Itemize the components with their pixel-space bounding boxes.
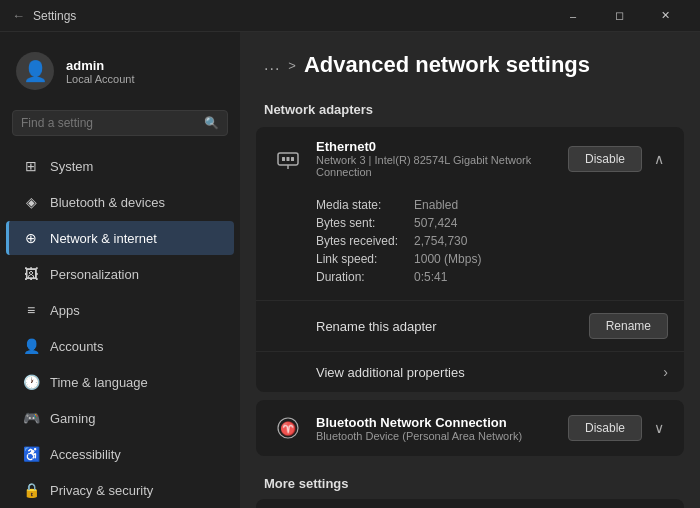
search-input[interactable] bbox=[21, 116, 198, 130]
more-settings-label: More settings bbox=[240, 464, 700, 499]
adapter1-card: Ethernet0 Network 3 | Intel(R) 82574L Gi… bbox=[256, 127, 684, 392]
svg-rect-1 bbox=[282, 157, 285, 161]
accessibility-icon: ♿ bbox=[22, 445, 40, 463]
sidebar-item-personalization[interactable]: 🖼 Personalization bbox=[6, 257, 234, 291]
adapter1-desc: Network 3 | Intel(R) 82574L Gigabit Netw… bbox=[316, 154, 556, 178]
svg-rect-3 bbox=[291, 157, 294, 161]
rename-row: Rename this adapter Rename bbox=[256, 300, 684, 351]
detail-media-label: Media state: bbox=[316, 198, 398, 212]
data-usage-item[interactable]: Data usage › bbox=[256, 499, 684, 508]
adapter1-info: Ethernet0 Network 3 | Intel(R) 82574L Gi… bbox=[316, 139, 556, 178]
sidebar-item-privacy[interactable]: 🔒 Privacy & security bbox=[6, 473, 234, 507]
detail-sent-value: 507,424 bbox=[414, 216, 668, 230]
detail-media-value: Enabled bbox=[414, 198, 668, 212]
sidebar-item-bluetooth[interactable]: ◈ Bluetooth & devices bbox=[6, 185, 234, 219]
adapter2-actions: Disable ∨ bbox=[568, 415, 668, 441]
detail-received-label: Bytes received: bbox=[316, 234, 398, 248]
detail-received-value: 2,754,730 bbox=[414, 234, 668, 248]
bluetooth-icon: ◈ bbox=[22, 193, 40, 211]
svg-rect-2 bbox=[287, 157, 290, 161]
close-button[interactable]: ✕ bbox=[642, 0, 688, 32]
sidebar-item-network[interactable]: ⊕ Network & internet bbox=[6, 221, 234, 255]
title-bar-title: Settings bbox=[33, 9, 76, 23]
detail-duration-value: 0:5:41 bbox=[414, 270, 668, 284]
search-icon: 🔍 bbox=[204, 116, 219, 130]
svg-text:♈: ♈ bbox=[280, 420, 297, 437]
view-properties-label: View additional properties bbox=[316, 365, 465, 380]
user-name: admin bbox=[66, 58, 135, 73]
breadcrumb-arrow: > bbox=[288, 58, 296, 73]
sidebar-item-time[interactable]: 🕐 Time & language bbox=[6, 365, 234, 399]
avatar: 👤 bbox=[16, 52, 54, 90]
title-bar: ← Settings – ◻ ✕ bbox=[0, 0, 700, 32]
title-bar-left: ← Settings bbox=[12, 8, 76, 23]
network-adapters-label: Network adapters bbox=[240, 94, 700, 127]
gaming-icon: 🎮 bbox=[22, 409, 40, 427]
detail-speed-value: 1000 (Mbps) bbox=[414, 252, 668, 266]
apps-icon: ≡ bbox=[22, 301, 40, 319]
system-icon: ⊞ bbox=[22, 157, 40, 175]
content-area: ... > Advanced network settings Network … bbox=[240, 32, 700, 508]
back-icon[interactable]: ← bbox=[12, 8, 25, 23]
user-role: Local Account bbox=[66, 73, 135, 85]
view-properties-chevron: › bbox=[663, 364, 668, 380]
accounts-icon: 👤 bbox=[22, 337, 40, 355]
user-icon: 👤 bbox=[23, 59, 48, 83]
main-layout: 👤 admin Local Account 🔍 ⊞ System ◈ Bluet… bbox=[0, 32, 700, 508]
adapter1-details: Media state: Enabled Bytes sent: 507,424… bbox=[256, 190, 684, 300]
adapter1-actions: Disable ∧ bbox=[568, 146, 668, 172]
page-title: Advanced network settings bbox=[304, 52, 590, 78]
network-icon: ⊕ bbox=[22, 229, 40, 247]
detail-sent-label: Bytes sent: bbox=[316, 216, 398, 230]
rename-label: Rename this adapter bbox=[316, 319, 437, 334]
adapter2-desc: Bluetooth Device (Personal Area Network) bbox=[316, 430, 556, 442]
adapter2-card: ♈ Bluetooth Network Connection Bluetooth… bbox=[256, 400, 684, 456]
maximize-button[interactable]: ◻ bbox=[596, 0, 642, 32]
adapter1-disable-button[interactable]: Disable bbox=[568, 146, 642, 172]
privacy-icon: 🔒 bbox=[22, 481, 40, 499]
adapter1-chevron-up[interactable]: ∧ bbox=[650, 147, 668, 171]
adapter1-header: Ethernet0 Network 3 | Intel(R) 82574L Gi… bbox=[256, 127, 684, 190]
time-icon: 🕐 bbox=[22, 373, 40, 391]
breadcrumb-dots: ... bbox=[264, 56, 280, 74]
adapter2-header: ♈ Bluetooth Network Connection Bluetooth… bbox=[256, 400, 684, 456]
page-header: ... > Advanced network settings bbox=[240, 32, 700, 94]
adapter1-name: Ethernet0 bbox=[316, 139, 556, 154]
sidebar-item-accessibility[interactable]: ♿ Accessibility bbox=[6, 437, 234, 471]
minimize-button[interactable]: – bbox=[550, 0, 596, 32]
title-bar-controls: – ◻ ✕ bbox=[550, 0, 688, 32]
user-info: admin Local Account bbox=[66, 58, 135, 85]
search-box[interactable]: 🔍 bbox=[12, 110, 228, 136]
sidebar-item-accounts[interactable]: 👤 Accounts bbox=[6, 329, 234, 363]
sidebar-item-gaming[interactable]: 🎮 Gaming bbox=[6, 401, 234, 435]
bluetooth-adapter-icon: ♈ bbox=[272, 412, 304, 444]
user-section: 👤 admin Local Account bbox=[0, 40, 240, 106]
sidebar-item-system[interactable]: ⊞ System bbox=[6, 149, 234, 183]
adapter2-info: Bluetooth Network Connection Bluetooth D… bbox=[316, 415, 556, 442]
detail-duration-label: Duration: bbox=[316, 270, 398, 284]
ethernet-icon bbox=[272, 143, 304, 175]
adapter2-chevron-down[interactable]: ∨ bbox=[650, 416, 668, 440]
detail-speed-label: Link speed: bbox=[316, 252, 398, 266]
adapter2-disable-button[interactable]: Disable bbox=[568, 415, 642, 441]
personalization-icon: 🖼 bbox=[22, 265, 40, 283]
view-properties-row[interactable]: View additional properties › bbox=[256, 351, 684, 392]
rename-button[interactable]: Rename bbox=[589, 313, 668, 339]
adapter2-name: Bluetooth Network Connection bbox=[316, 415, 556, 430]
sidebar-item-apps[interactable]: ≡ Apps bbox=[6, 293, 234, 327]
sidebar: 👤 admin Local Account 🔍 ⊞ System ◈ Bluet… bbox=[0, 32, 240, 508]
